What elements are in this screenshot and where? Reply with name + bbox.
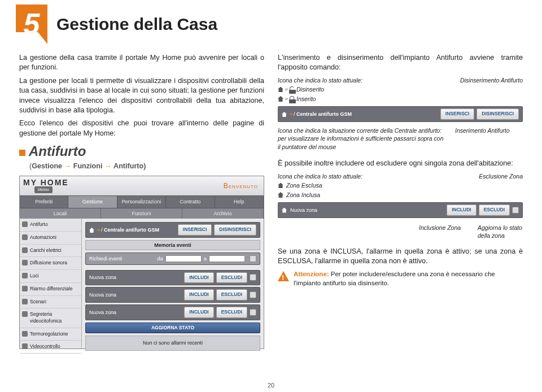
lock-icon <box>290 96 294 101</box>
left-column: La gestione della casa tramite il portal… <box>19 53 264 349</box>
chapter-title: Gestione della Casa <box>56 15 217 34</box>
portal-submenu: Locali Funzioni Archivio <box>20 208 264 219</box>
includi-button[interactable]: INCLUDI <box>447 204 476 216</box>
zone-strip-example: Nuova zona INCLUDI ESCLUDI <box>278 202 523 218</box>
menu-personalizzazioni[interactable]: Personalizzazioni <box>117 196 166 207</box>
richiedi-label: Richiedi eventi <box>89 255 157 262</box>
refresh-icon[interactable] <box>512 207 519 214</box>
zone-label: Nuova zona <box>89 291 182 298</box>
paragraph: Se una zona è INCLUSA, l'allarme in quel… <box>278 247 523 267</box>
disinserisci-button[interactable]: DISINSERISCI <box>214 224 256 236</box>
house-icon <box>282 112 287 117</box>
disinserito-legend: » Disinserito <box>278 85 523 93</box>
paragraph: È possibile inoltre includere od esclude… <box>278 159 523 168</box>
sidebar-item[interactable]: Videocontrollo <box>20 341 81 354</box>
house-icon <box>282 208 287 213</box>
house-icon <box>278 86 283 92</box>
portal-screenshot: MY HOME bticino Benvenuto Preferiti Gest… <box>19 176 264 349</box>
menu-gestione[interactable]: Gestione <box>68 196 117 207</box>
submenu-locali[interactable]: Locali <box>20 208 101 219</box>
menu-preferiti[interactable]: Preferiti <box>20 196 68 207</box>
inserisci-button[interactable]: INSERISCI <box>178 224 212 236</box>
crumbs-label: Centrale antifurto GSM <box>104 227 159 233</box>
refresh-icon[interactable] <box>250 255 256 262</box>
disinserito-text: Disinserito <box>296 85 324 93</box>
sidebar-item[interactable]: Luci <box>20 270 81 283</box>
submenu-archivio[interactable]: Archivio <box>182 208 264 219</box>
arrow-icon: → <box>104 162 112 170</box>
inserito-text: Inserito <box>296 95 316 103</box>
sidebar-item[interactable]: Riarmo differenziale <box>20 283 81 296</box>
paragraph: La gestione della casa tramite il portal… <box>19 53 264 73</box>
zona-inclusa-legend: Zona Inclusa <box>278 191 523 199</box>
inserisci-button[interactable]: INSERISCI <box>440 108 475 120</box>
includi-button[interactable]: INCLUDI <box>184 289 213 300</box>
situazione-callout: Icona che indica la situazione corrente … <box>278 127 445 151</box>
sidebar-item[interactable]: Automazioni <box>20 232 81 245</box>
bc-gestione: Gestione <box>32 162 62 170</box>
refresh-icon[interactable] <box>250 309 256 316</box>
submenu-funzioni[interactable]: Funzioni <box>101 208 182 219</box>
no-alarm-status: Non ci sono allarmi recenti <box>85 336 260 350</box>
inserimento-label: Inserimento Antifurto <box>455 127 523 151</box>
a-label: a <box>204 255 207 262</box>
zona-inclusa-text: Zona Inclusa <box>286 191 320 199</box>
refresh-icon[interactable] <box>250 291 256 298</box>
warning-icon <box>278 271 289 281</box>
memoria-eventi-label: Memoria eventi <box>85 240 260 250</box>
sidebar-item[interactable]: Segreteria videocitofonica <box>20 308 81 328</box>
zone-icon <box>278 192 283 198</box>
escludi-button[interactable]: ESCLUDI <box>216 307 247 318</box>
disinserisci-button[interactable]: DISINSERISCI <box>477 108 519 120</box>
sidebar-item[interactable]: Termoregolazione <box>20 328 81 341</box>
breadcrumb-strip: »/ Centrale antifurto GSM INSERISCI DISI… <box>85 222 260 238</box>
warning-lead: Attenzione: <box>294 271 329 277</box>
zone-row: Nuova zona INCLUDI ESCLUDI <box>85 287 260 303</box>
zone-label: Nuova zona <box>89 309 182 316</box>
date-from-input[interactable] <box>165 255 202 262</box>
zone-row: Nuova zona INCLUDI ESCLUDI <box>85 304 260 320</box>
arrow-icon: → <box>64 162 72 170</box>
paragraph: L'inserimento e disinserimento dell'impi… <box>278 53 523 73</box>
page-number: 20 <box>268 382 274 389</box>
refresh-icon[interactable] <box>250 274 256 281</box>
portal-menubar: Preferiti Gestione Personalizzazioni Con… <box>20 195 264 208</box>
paragraph: La gestione per locali ti permette di vi… <box>19 76 264 116</box>
disinserimento-label: Disinserimento Antifurto <box>460 76 523 84</box>
bullet-square-icon <box>19 150 25 156</box>
includi-button[interactable]: INCLUDI <box>184 307 213 318</box>
escludi-button[interactable]: ESCLUDI <box>479 204 510 216</box>
portal-welcome: Benvenuto <box>224 181 258 191</box>
includi-button[interactable]: INCLUDI <box>184 272 213 284</box>
menu-contratto[interactable]: Contratto <box>166 196 215 207</box>
menu-help[interactable]: Help <box>215 196 264 207</box>
state-icon-label: Icona che indica lo stato attuale: <box>278 172 362 180</box>
aggiorna-stato-button[interactable]: AGGIORNA STATO <box>85 323 260 334</box>
date-to-input[interactable] <box>209 255 245 262</box>
sidebar-item[interactable]: Antifurto <box>20 219 81 232</box>
section-antifurto-heading: Antifurto <box>19 142 264 160</box>
escludi-button[interactable]: ESCLUDI <box>216 272 247 284</box>
zone-icon <box>278 182 283 188</box>
paragraph: Ecco l'elenco dei dispositivi che puoi t… <box>19 119 264 138</box>
sidebar-item[interactable]: Carichi elettrici <box>20 245 81 258</box>
portal-sublogo: bticino <box>34 186 53 193</box>
esclusione-label: Esclusione Zona <box>479 172 523 180</box>
portal-sidebar: Antifurto Automazioni Carichi elettrici … <box>20 219 82 349</box>
breadcrumb: (Gestione → Funzioni → Antifurto) <box>29 162 264 171</box>
bc-antifurto: Antifurto) <box>113 162 146 170</box>
zone-row: Nuova zona INCLUDI ESCLUDI <box>85 270 260 286</box>
escludi-button[interactable]: ESCLUDI <box>216 289 247 300</box>
state-icon-label: Icona che indica lo stato attuale: <box>278 76 362 84</box>
zone-label: Nuova zona <box>290 207 444 214</box>
bc-funzioni: Funzioni <box>73 162 103 170</box>
zona-esclusa-legend: Zona Esclusa <box>278 181 523 189</box>
da-label: da <box>157 255 163 262</box>
sidebar-item[interactable]: Scenari <box>20 296 81 309</box>
aggiorna-label: Aggiorna lo stato della zona <box>478 224 523 240</box>
sidebar-item[interactable]: Diffusione sonora <box>20 257 81 270</box>
antifurto-title: Antifurto <box>29 143 86 159</box>
inclusione-label: Inclusione Zona <box>419 224 464 240</box>
central-strip-example: »/ Centrale antifurto GSM INSERISCI DISI… <box>278 106 523 122</box>
house-icon <box>278 96 283 102</box>
